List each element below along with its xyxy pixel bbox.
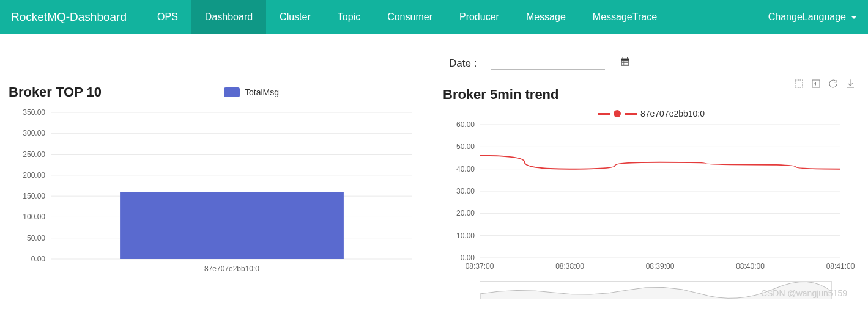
svg-text:350.00: 350.00	[23, 108, 45, 117]
nav-ops[interactable]: OPS	[144, 0, 191, 34]
svg-text:40.00: 40.00	[456, 165, 475, 173]
refresh-icon[interactable]	[828, 78, 839, 89]
change-language-dropdown[interactable]: ChangeLanguage	[768, 12, 857, 23]
legend-swatch-icon	[224, 87, 240, 97]
nav-consumer[interactable]: Consumer	[374, 0, 446, 34]
change-language-label: ChangeLanguage	[768, 12, 846, 23]
svg-text:150.00: 150.00	[23, 192, 45, 200]
svg-text:10.00: 10.00	[456, 231, 475, 240]
date-input[interactable]	[491, 55, 605, 70]
svg-text:300.00: 300.00	[23, 129, 45, 137]
svg-text:30.00: 30.00	[456, 187, 475, 195]
watermark-text: CSDN @wangjun5159	[761, 288, 847, 298]
zoom-area-icon[interactable]	[793, 78, 804, 89]
chart-toolbox	[793, 78, 856, 89]
svg-rect-16	[120, 192, 344, 259]
chart-title-trend: Broker 5min trend	[443, 87, 559, 103]
svg-rect-20	[623, 57, 624, 60]
svg-text:50.00: 50.00	[27, 234, 45, 242]
chart-bar-top10: 0.0050.00100.00150.00200.00250.00300.003…	[9, 106, 425, 277]
legend-trend-label: 87e707e2bb10:0	[640, 109, 705, 118]
nav-items: OPS Dashboard Cluster Topic Consumer Pro…	[144, 0, 670, 34]
svg-text:0.00: 0.00	[31, 255, 46, 263]
svg-text:08:38:00: 08:38:00	[555, 262, 584, 271]
svg-text:50.00: 50.00	[456, 142, 475, 151]
zoom-reset-icon[interactable]	[811, 78, 822, 89]
svg-text:08:41:00: 08:41:00	[826, 262, 855, 271]
panel-broker-top10: Broker TOP 10 TotalMsg 0.0050.00100.0015…	[9, 46, 425, 299]
navbar: RocketMQ-Dashboard OPS Dashboard Cluster…	[0, 0, 868, 34]
svg-text:200.00: 200.00	[23, 171, 45, 180]
brand-title: RocketMQ-Dashboard	[11, 10, 127, 24]
nav-messagetrace[interactable]: MessageTrace	[579, 0, 670, 34]
legend-trend[interactable]: 87e707e2bb10:0	[443, 109, 859, 118]
svg-text:87e707e2bb10:0: 87e707e2bb10:0	[204, 264, 259, 273]
download-icon[interactable]	[845, 78, 856, 89]
svg-text:08:39:00: 08:39:00	[646, 262, 675, 271]
nav-cluster[interactable]: Cluster	[266, 0, 324, 34]
svg-text:20.00: 20.00	[456, 209, 475, 217]
legend-dot-icon	[614, 110, 621, 117]
legend-totalmsg[interactable]: TotalMsg	[224, 87, 279, 97]
chart-title-top10: Broker TOP 10	[9, 84, 102, 100]
svg-text:60.00: 60.00	[456, 121, 475, 129]
nav-topic[interactable]: Topic	[324, 0, 374, 34]
legend-line-icon	[598, 113, 610, 115]
svg-text:0.00: 0.00	[461, 253, 475, 262]
svg-rect-21	[627, 57, 628, 60]
chart-line-trend: 0.0010.0020.0030.0040.0050.0060.00 08:37…	[443, 121, 859, 274]
panel-broker-trend: Date : Broker 5min trend 87e707e2bb10:0 …	[443, 46, 859, 299]
legend-line-icon2	[625, 113, 637, 115]
svg-rect-27	[795, 80, 803, 87]
svg-text:08:37:00: 08:37:00	[466, 262, 494, 271]
nav-dashboard[interactable]: Dashboard	[191, 0, 266, 34]
svg-text:08:40:00: 08:40:00	[736, 262, 765, 271]
svg-text:250.00: 250.00	[23, 150, 45, 159]
nav-message[interactable]: Message	[513, 0, 579, 34]
svg-rect-19	[621, 59, 630, 60]
date-label: Date :	[449, 57, 477, 70]
legend-totalmsg-label: TotalMsg	[245, 87, 279, 97]
svg-rect-22	[622, 61, 629, 65]
calendar-icon[interactable]	[620, 56, 631, 70]
nav-producer[interactable]: Producer	[446, 0, 513, 34]
svg-text:100.00: 100.00	[23, 213, 45, 221]
caret-down-icon	[851, 16, 857, 19]
